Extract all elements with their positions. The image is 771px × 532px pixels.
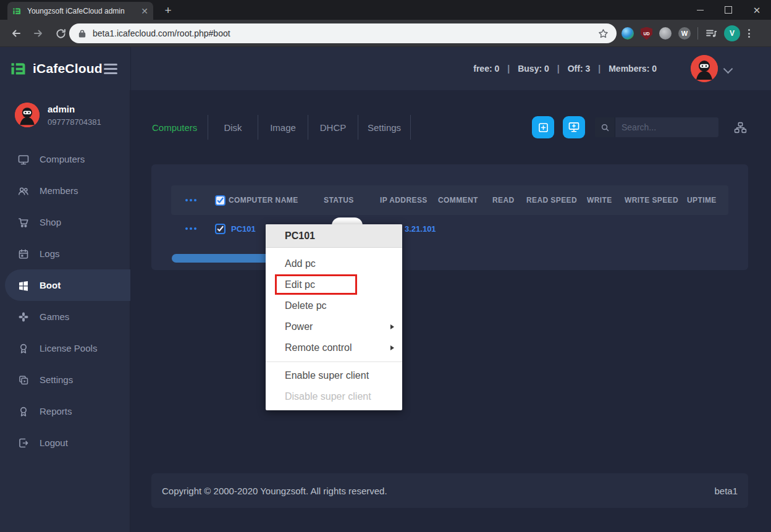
column-read-speed: READ SPEED [526,185,577,215]
back-icon [10,27,22,40]
menu-item-disable-super-client: Disable super client [266,386,402,407]
address-bar[interactable]: beta1.icafecloud.com/root.php#boot [69,23,617,43]
sidebar-item-settings[interactable]: Settings [0,364,130,395]
header-stats: free: 0 | Busy: 0 | Off: 3 | Members: 0 [473,47,657,90]
logout-icon [17,437,30,449]
browser-toolbar: beta1.icafecloud.com/root.php#boot UD W … [0,20,771,47]
context-menu-list: Add pc Edit pc Delete pc Power Remote co… [266,248,402,410]
select-all-checkbox[interactable] [215,185,225,215]
calendar-icon [17,248,30,260]
menu-item-edit-pc[interactable]: Edit pc [266,274,402,295]
award-icon [17,405,30,418]
close-button[interactable]: ✕ [743,0,771,20]
column-status: STATUS [324,185,354,215]
column-write: WRITE [587,185,612,215]
account-avatar[interactable] [691,55,718,82]
add-pc-button[interactable] [563,116,585,138]
account-chevron-down-icon[interactable] [723,64,733,74]
menu-item-add-pc[interactable]: Add pc [266,253,402,274]
browser-profile-avatar[interactable]: V [724,25,740,41]
reload-button[interactable] [53,26,68,41]
maximize-button[interactable] [714,0,743,20]
octopus-extension-icon[interactable] [659,27,672,40]
checkbox-icon [215,195,225,206]
sidebar-item-logout[interactable]: Logout [0,427,130,458]
playlist-extension-icon[interactable] [705,27,717,40]
minimize-icon [697,10,704,11]
extensions-row: UD W V [621,23,751,43]
table-header-row: COMPUTER NAME STATUS IP ADDRESS COMMENT … [171,185,728,215]
wikipedia-extension-icon[interactable]: W [678,27,691,40]
url-text: beta1.icafecloud.com/root.php#boot [93,28,598,38]
stat-off: Off: 3 [568,64,591,74]
search-input[interactable] [615,117,718,137]
shield-extension-icon[interactable]: UD [641,27,652,40]
checkbox-icon [215,224,225,234]
sidebar-item-computers[interactable]: Computers [0,143,130,175]
minimize-button[interactable] [686,0,714,20]
row-menu-button[interactable] [185,215,196,242]
forward-button[interactable] [31,26,46,41]
menu-item-enable-super-client[interactable]: Enable super client [266,365,402,386]
tab-close-icon[interactable]: ✕ [141,7,148,15]
topology-button[interactable] [734,121,747,134]
sitemap-icon [734,121,747,134]
table-row: PC101 3.21.101 [171,215,728,242]
browser-tab[interactable]: Youngzsoft iCafeCloud admin ✕ [7,2,153,20]
brand-name: iCafeCloud [33,61,103,76]
sidebar-item-reports[interactable]: Reports [0,395,130,427]
monitor-add-icon [567,120,581,134]
lock-icon [78,29,86,38]
tab-disk[interactable]: Disk [208,115,258,140]
column-write-speed: WRITE SPEED [625,185,678,215]
main-content: Computers Disk Image DHCP Settings [130,90,771,532]
row-checkbox[interactable] [215,215,225,242]
menu-item-power[interactable]: Power [266,316,402,337]
ip-address-value: 3.21.101 [405,215,436,242]
brand[interactable]: iCafeCloud [10,47,103,90]
screen: Youngzsoft iCafeCloud admin ✕ + ✕ beta1.… [0,0,771,532]
tab-computers[interactable]: Computers [152,115,208,140]
new-tab-button[interactable]: + [161,3,175,18]
sidebar: admin 097778704381 Computers Members Sho… [0,90,130,532]
sidebar-item-shop[interactable]: Shop [0,206,130,238]
cart-icon [17,216,30,229]
computer-name-link[interactable]: PC101 [231,215,256,242]
ellipsis-icon [185,199,196,201]
ellipsis-icon [185,227,196,230]
sidebar-toggle-button[interactable] [104,64,117,74]
reload-icon [55,28,67,40]
stat-free: free: 0 [473,64,499,74]
tab-dhcp[interactable]: DHCP [308,115,358,140]
idm-extension-icon[interactable] [621,27,634,40]
people-icon [17,185,30,197]
search-icon [600,123,610,132]
boot-tabbar: Computers Disk Image DHCP Settings [152,115,411,140]
award-icon [17,342,30,355]
menu-item-remote-control[interactable]: Remote control [266,337,402,358]
bookmark-star-button[interactable] [598,28,609,39]
sidebar-item-logs[interactable]: Logs [0,238,130,269]
stat-busy: Busy: 0 [518,64,549,74]
submenu-arrow-icon [390,324,394,329]
pc-context-menu: PC101 Add pc Edit pc Delete pc Power Rem… [266,224,402,410]
windows-icon [17,279,30,292]
menu-item-delete-pc[interactable]: Delete pc [266,295,402,316]
sidebar-item-license-pools[interactable]: License Pools [0,332,130,364]
sidebar-item-boot[interactable]: Boot [5,269,130,301]
header-row-menu-button[interactable] [185,185,196,215]
sidebar-item-members[interactable]: Members [0,175,130,206]
back-button[interactable] [9,26,23,41]
tab-settings[interactable]: Settings [358,115,411,140]
page-footer: Copyright © 2000-2020 Youngzsoft. All ri… [151,473,748,508]
add-button[interactable] [532,116,554,138]
sidebar-item-games[interactable]: Games [0,301,130,332]
layers-icon [17,374,30,386]
browser-menu-button[interactable] [747,28,751,39]
column-uptime: UPTIME [687,185,717,215]
tab-title: Youngzsoft iCafeCloud admin [27,7,136,15]
forward-icon [32,27,44,40]
tab-image[interactable]: Image [258,115,308,140]
add-square-icon [537,121,550,134]
context-menu-title: PC101 [266,224,402,248]
